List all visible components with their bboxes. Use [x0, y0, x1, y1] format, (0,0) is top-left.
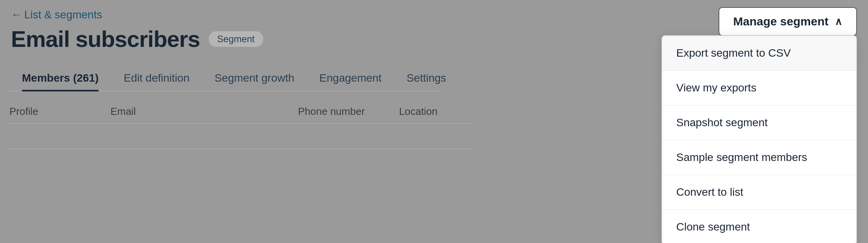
tab-edit-definition[interactable]: Edit definition	[111, 66, 202, 91]
back-link[interactable]: ← List & segments	[11, 9, 102, 21]
dropdown-item-view-exports[interactable]: View my exports	[662, 71, 856, 105]
tab-engagement[interactable]: Engagement	[307, 66, 394, 91]
col-header-location: Location	[399, 105, 471, 118]
tab-segment-growth[interactable]: Segment growth	[202, 66, 307, 91]
table-row-divider	[9, 148, 471, 149]
dropdown-item-sample-members[interactable]: Sample segment members	[662, 140, 856, 175]
manage-segment-dropdown: Export segment to CSV View my exports Sn…	[661, 35, 857, 243]
back-arrow-icon: ←	[11, 9, 22, 21]
tabs-nav: Members (261) Edit definition Segment gr…	[9, 66, 440, 91]
manage-segment-label: Manage segment	[733, 15, 828, 28]
dropdown-item-snapshot[interactable]: Snapshot segment	[662, 105, 856, 140]
tab-members[interactable]: Members (261)	[9, 66, 111, 91]
page-title-area: Email subscribers Segment	[11, 26, 263, 52]
back-link-label: List & segments	[24, 9, 102, 21]
col-header-profile: Profile	[9, 105, 110, 118]
dropdown-item-clone[interactable]: Clone segment	[662, 210, 856, 243]
col-header-email: Email	[110, 105, 298, 118]
col-header-phone: Phone number	[298, 105, 399, 118]
segment-badge: Segment	[209, 31, 263, 47]
manage-segment-button[interactable]: Manage segment ∧	[719, 7, 857, 36]
tab-settings[interactable]: Settings	[394, 66, 459, 91]
dropdown-item-export-csv[interactable]: Export segment to CSV	[662, 36, 856, 71]
page-title: Email subscribers	[11, 26, 200, 52]
chevron-up-icon: ∧	[835, 16, 842, 28]
dropdown-item-convert-list[interactable]: Convert to list	[662, 175, 856, 210]
table-header: Profile Email Phone number Location	[9, 105, 471, 124]
